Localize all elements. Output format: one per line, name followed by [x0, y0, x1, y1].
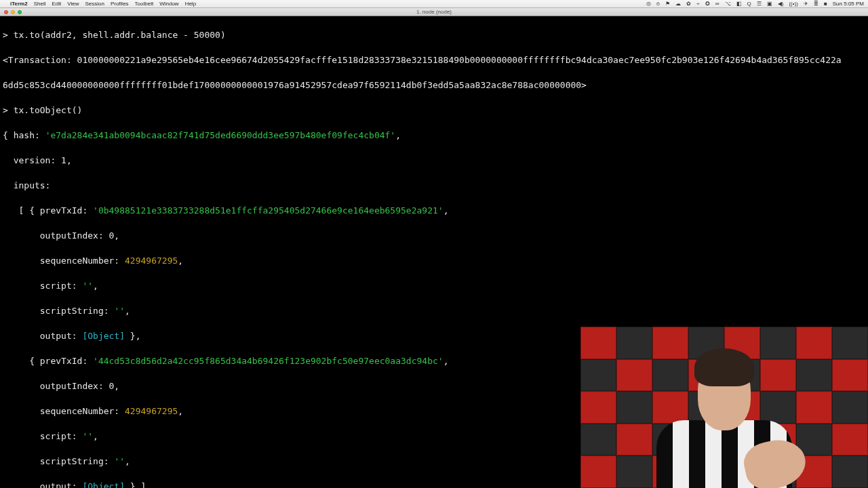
- close-icon[interactable]: [4, 10, 8, 14]
- menu-shell[interactable]: Shell: [34, 1, 46, 7]
- menu-view[interactable]: View: [67, 1, 79, 7]
- repl-input: tx.to(addr2, shell.addr.balance - 50000): [14, 30, 226, 40]
- status-icon[interactable]: ◧: [736, 1, 742, 7]
- wifi-icon[interactable]: ((•)): [789, 1, 797, 7]
- status-icon[interactable]: ⌁: [696, 1, 700, 7]
- status-icon[interactable]: ☰: [757, 1, 762, 7]
- status-icon[interactable]: ⎋: [656, 1, 660, 7]
- menu-help[interactable]: Help: [185, 1, 196, 7]
- zoom-icon[interactable]: [18, 10, 22, 14]
- minimize-icon[interactable]: [11, 10, 15, 14]
- menubar-status-area: ◎ ⎋ ⚑ ☁︎ ✿ ⌁ ✪ ∞ ⌥ ◧ Q ☰ ▣ ◀︎) ((•)) ✈︎ …: [646, 1, 864, 7]
- status-icon[interactable]: ▣: [767, 1, 772, 7]
- menu-edit[interactable]: Edit: [52, 1, 61, 7]
- status-icon[interactable]: ◎: [646, 1, 651, 7]
- status-icon[interactable]: ✪: [705, 1, 710, 7]
- menu-session[interactable]: Session: [85, 1, 104, 7]
- menu-app[interactable]: iTerm2: [10, 1, 28, 7]
- repl-output: inputs:: [3, 180, 865, 192]
- webcam-overlay: [580, 327, 868, 488]
- traffic-lights: [4, 10, 22, 14]
- menu-toolbelt[interactable]: Toolbelt: [135, 1, 154, 7]
- repl-input: tx.toObject(): [14, 105, 83, 115]
- repl-output: outputIndex: 0,: [3, 230, 865, 243]
- clock[interactable]: Sun 5:05 PM: [833, 1, 864, 7]
- repl-output: 6dd5c853cd440000000000ffffffff01bdef1700…: [3, 79, 865, 92]
- repl-output: [ { prevTxId: '0b49885121e3383733288d51e…: [3, 205, 865, 218]
- status-icon[interactable]: Q: [747, 1, 751, 7]
- status-icon[interactable]: ✿: [686, 1, 691, 7]
- repl-output: sequenceNumber: 4294967295,: [3, 255, 865, 268]
- status-icon[interactable]: ☁︎: [675, 1, 681, 7]
- repl-output: version: 1,: [3, 155, 865, 167]
- status-icon[interactable]: ∞: [715, 1, 719, 7]
- repl-output: <Transaction: 010000000221a9e29565eb4e16…: [3, 54, 865, 67]
- mac-menubar: iTerm2 Shell Edit View Session Profiles …: [0, 0, 868, 8]
- prompt: >: [3, 105, 14, 115]
- status-icon[interactable]: ⚑: [665, 1, 670, 7]
- repl-output: script: '',: [3, 280, 865, 293]
- menu-profiles[interactable]: Profiles: [111, 1, 129, 7]
- repl-output: scriptString: '',: [3, 305, 865, 318]
- flag-icon[interactable]: ■: [824, 1, 827, 7]
- volume-icon[interactable]: ◀︎): [778, 1, 784, 7]
- presenter: [650, 346, 799, 488]
- status-icon[interactable]: ✈︎: [804, 1, 808, 7]
- menu-window[interactable]: Window: [159, 1, 178, 7]
- prompt: >: [3, 30, 14, 40]
- window-titlebar[interactable]: 1. node (node): [0, 8, 868, 16]
- repl-output: { hash: 'e7da284e341ab0094bcaac82f741d75…: [3, 129, 865, 142]
- window-title: 1. node (node): [416, 9, 452, 15]
- battery-icon[interactable]: ≣: [814, 1, 818, 7]
- status-icon[interactable]: ⌥: [725, 1, 731, 7]
